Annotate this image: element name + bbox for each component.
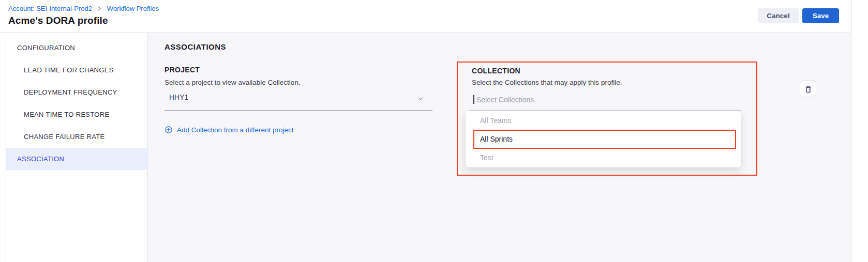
breadcrumb-chevron-icon [97,6,102,11]
add-collection-link[interactable]: Add Collection from a different project [164,126,294,134]
delete-association-button[interactable] [800,81,816,97]
sidebar-item-change-failure-rate[interactable]: CHANGE FAILURE RATE [6,126,147,148]
associations-panel: ASSOCIATIONS PROJECT Select a project to… [147,33,851,262]
collection-option-test[interactable]: Test [466,148,741,167]
associations-section-title: ASSOCIATIONS [164,42,226,51]
collections-input-placeholder: Select Collections [476,96,534,104]
cancel-button[interactable]: Cancel [758,8,799,23]
sidebar-nav-list: CONFIGURATION LEAD TIME FOR CHANGES DEPL… [6,33,147,170]
chevron-down-icon [417,95,424,104]
sidebar-item-deployment-frequency[interactable]: DEPLOYMENT FREQUENCY [6,81,147,103]
page-header: Account: SEI-Internal-Prod2 Workflow Pro… [0,0,851,33]
sidebar-item-lead-time-for-changes[interactable]: LEAD TIME FOR CHANGES [6,59,147,81]
sidebar-item-mean-time-to-restore[interactable]: MEAN TIME TO RESTORE [6,103,147,126]
project-group-title: PROJECT [164,66,200,74]
collection-option-all-sprints[interactable]: All Sprints [466,130,741,148]
all-sprints-highlight-ring [473,130,736,149]
text-cursor [473,95,474,104]
sidebar-item-configuration[interactable]: CONFIGURATION [6,37,147,59]
workflow-profile-page: Account: SEI-Internal-Prod2 Workflow Pro… [0,0,868,262]
collection-group-title: COLLECTION [472,67,520,75]
page-title: Acme's DORA profile [8,15,108,26]
collections-multiselect-input[interactable]: Select Collections [469,88,741,111]
plus-circle-icon [164,126,173,134]
project-select-value: HHY1 [169,93,188,101]
page-right-gutter [851,0,868,262]
collection-group-highlighted-region: COLLECTION Select the Collections that m… [457,61,757,176]
project-group-description: Select a project to view available Colle… [164,79,301,86]
settings-sidebar: CONFIGURATION LEAD TIME FOR CHANGES DEPL… [6,33,147,262]
collection-option-all-sprints-label: All Sprints [480,135,513,143]
header-actions: Cancel Save [758,8,839,23]
add-collection-link-label: Add Collection from a different project [177,126,294,134]
collection-group-description: Select the Collections that may apply th… [472,79,622,86]
breadcrumb-workflow-profiles-link[interactable]: Workflow Profiles [107,5,159,12]
save-button[interactable]: Save [802,8,839,23]
breadcrumb-account-link[interactable]: Account: SEI-Internal-Prod2 [8,5,92,12]
collection-option-all-teams[interactable]: All Teams [466,111,741,130]
project-select[interactable]: HHY1 [164,87,432,111]
collections-dropdown-menu: All Teams All Sprints Test [466,111,741,167]
breadcrumb: Account: SEI-Internal-Prod2 Workflow Pro… [8,5,159,12]
sidebar-item-association[interactable]: ASSOCIATION [6,148,147,170]
trash-icon [804,85,813,94]
